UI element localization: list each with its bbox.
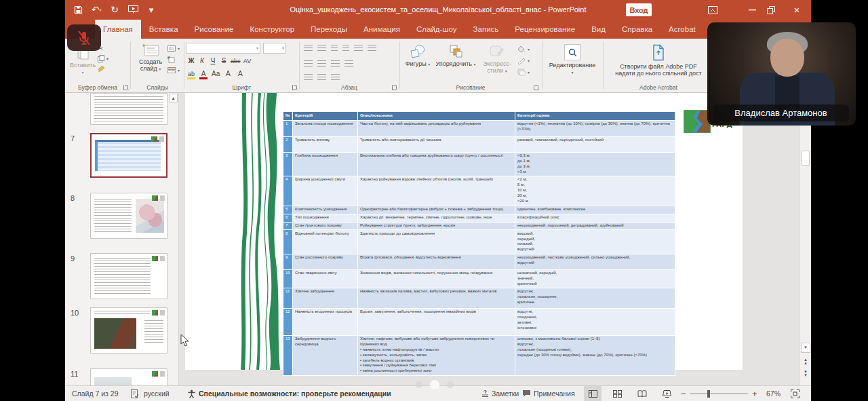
table-cell-description[interactable]: Здатність природи до самовідновлення [358, 230, 515, 254]
table-cell-criterion[interactable]: Тип пошкодження [293, 214, 358, 222]
table-cell-number[interactable]: 1 [283, 120, 293, 136]
table-cell-criterion[interactable]: Наявність вторинних процесів [293, 308, 358, 335]
accessibility-status[interactable]: Специальные возможности: проверьте реком… [199, 386, 391, 401]
table-cell-categories[interactable]: одиничне, комбіноване, комплексне [515, 206, 675, 214]
tab-переходы[interactable]: Переходы [302, 20, 355, 39]
table-header-cell[interactable]: Критерій [293, 112, 358, 121]
table-cell-description[interactable]: Вертикальна глибина або товщина зруйнова… [358, 152, 515, 176]
table-cell-description[interactable]: Частка біотопу, на якій зафіксовано дегр… [358, 120, 515, 136]
table-cell-categories[interactable]: описово, з можливістю балової оцінки (1–… [515, 335, 675, 375]
tab-вид[interactable]: Вид [583, 20, 614, 39]
shape-effects-icon[interactable]: ▾ [517, 68, 530, 77]
tab-вставка[interactable]: Вставка [141, 20, 186, 39]
table-cell-criterion[interactable]: Комплексність ушкодження [293, 206, 358, 214]
table-cell-number[interactable]: 10 [283, 269, 293, 288]
signin-button[interactable]: Вход [626, 3, 652, 16]
slide-sorter-view-button[interactable] [608, 386, 626, 401]
italic-button[interactable]: К [198, 57, 206, 64]
table-cell-categories[interactable]: разовий, тимчасовий, періодичний, постій… [515, 136, 675, 152]
align-center-icon[interactable] [317, 60, 326, 68]
redo-icon[interactable]: ↻ [108, 3, 121, 16]
notes-toggle[interactable]: Заметки [481, 386, 519, 401]
table-cell-description[interactable]: Ерозія, замулення, заболочення, поширенн… [358, 308, 515, 335]
table-cell-categories[interactable]: Класифікаційний опис [515, 214, 675, 222]
shape-fill-icon[interactable]: ▾ [517, 45, 530, 54]
table-cell-description[interactable]: Руйнування структури ґрунту, забруднення… [358, 222, 515, 230]
zoom-slider-thumb[interactable] [707, 390, 710, 398]
paragraph-dialog-launcher[interactable] [392, 85, 397, 90]
table-cell-description[interactable]: Однофакторне або багатофакторне (вибухи … [358, 206, 515, 214]
slide-layout-icon[interactable]: ▾ [167, 44, 180, 53]
bold-button[interactable]: Ж [187, 57, 195, 64]
highlight-button[interactable]: ab [187, 71, 195, 79]
table-cell-number[interactable]: 11 [283, 288, 293, 308]
restore-button[interactable] [761, 0, 781, 20]
zoom-in-button[interactable]: + [752, 386, 757, 401]
slideshow-view-button[interactable] [658, 386, 675, 401]
table-cell-number[interactable]: 3 [283, 152, 293, 176]
shrink-font-button[interactable]: А [236, 70, 244, 77]
slide-thumbnail-10[interactable] [90, 307, 167, 354]
tab-конструктор[interactable]: Конструктор [241, 20, 302, 39]
table-cell-categories[interactable]: відсутні, поодинокі, активні, інтенсивні [515, 308, 675, 335]
tab-анимация[interactable]: Анимация [355, 20, 408, 39]
table-header-cell[interactable]: Опис/показники [358, 112, 515, 121]
justify-icon[interactable] [344, 60, 353, 68]
change-case-button[interactable]: Аа [212, 70, 220, 77]
table-cell-description[interactable]: Хімічне, нафтове, вибухове або побутове … [358, 335, 515, 375]
font-name-select[interactable] [186, 43, 260, 54]
grow-font-button[interactable]: А [224, 70, 232, 77]
slide-thumbnail-7[interactable] [90, 133, 167, 178]
close-button[interactable]: × [787, 0, 807, 20]
table-cell-description[interactable]: Наявність залишків палива, мастил, вибух… [358, 288, 515, 308]
align-left-icon[interactable] [304, 60, 313, 68]
table-cell-criterion[interactable]: Загальна площа пошкодження [293, 120, 358, 136]
font-dialog-launcher[interactable] [292, 85, 298, 90]
table-cell-categories[interactable]: відсутнє, локальне, поширене, критичне [515, 288, 675, 308]
shapes-button[interactable]: Фигуры ▾ [404, 44, 431, 67]
minimize-button[interactable] [742, 0, 762, 20]
zoom-out-button[interactable]: − [681, 386, 686, 401]
table-cell-criterion[interactable]: Стан ґрунтового покриву [293, 222, 358, 230]
table-cell-number[interactable]: 13 [283, 335, 293, 375]
table-cell-description[interactable]: Характер дії: механічне, термічне, хіміч… [358, 214, 515, 222]
format-painter-icon[interactable] [98, 64, 108, 73]
clipboard-dialog-launcher[interactable] [123, 85, 129, 90]
editing-button[interactable]: Редактирование ▾ [551, 44, 593, 75]
table-cell-number[interactable]: 9 [283, 254, 293, 269]
table-cell-number[interactable]: 8 [283, 230, 293, 254]
scrollbar-thumb[interactable] [802, 151, 810, 166]
table-cell-description[interactable]: Характер руйнування вздовж лінійних об'є… [358, 176, 515, 206]
table-cell-criterion[interactable]: Стан тваринного світу [293, 269, 358, 288]
criteria-table[interactable]: №КритерійОпис/показникиКатегорії оцінки … [283, 111, 675, 376]
table-cell-number[interactable]: 6 [283, 214, 293, 222]
reset-slide-icon[interactable] [167, 55, 180, 64]
table-cell-number[interactable]: 5 [283, 206, 293, 214]
slide-thumbnail-11[interactable] [90, 368, 167, 385]
drawing-dialog-launcher[interactable] [534, 85, 539, 90]
thumbnails-scroll-up-icon[interactable]: ▲ [169, 94, 178, 102]
create-pdf-button[interactable]: Створити файл Adobe PDFнадати до нього с… [608, 44, 709, 77]
slide-canvas[interactable]: №КритерійОпис/показникиКатегорії оцінки … [185, 93, 743, 370]
table-header-cell[interactable]: № [283, 112, 293, 121]
text-direction-icon[interactable] [368, 45, 376, 52]
tab-рисование[interactable]: Рисование [186, 20, 242, 39]
reading-view-button[interactable] [633, 386, 651, 401]
table-cell-description[interactable]: Зникнення видів, зниження чисельності, п… [358, 269, 515, 288]
table-cell-number[interactable]: 4 [283, 176, 293, 206]
table-cell-criterion[interactable]: Ширина ушкодженої смуги [293, 176, 358, 206]
table-cell-categories[interactable]: <0,3 м, до 1 м, до 3 м, >3 м [515, 152, 675, 176]
table-cell-categories[interactable]: відсутня (<1%), незначна (до 10%), помір… [515, 120, 675, 136]
table-cell-number[interactable]: 2 [283, 136, 293, 152]
language-indicator[interactable]: русский [144, 386, 170, 401]
webcam-tile[interactable]: Владислав Артамонов [707, 22, 856, 126]
customize-qat-icon[interactable]: ▾ [145, 3, 157, 16]
line-spacing-icon[interactable] [354, 45, 363, 52]
tab-acrobat[interactable]: Acrobat [660, 20, 704, 39]
table-header-cell[interactable]: Категорії оцінки [515, 112, 675, 121]
clear-all-button[interactable]: abc [231, 58, 241, 64]
copy-icon[interactable]: ▾ [98, 54, 108, 63]
numbering-icon[interactable] [317, 45, 326, 52]
comments-toggle[interactable]: Примечания [522, 386, 575, 401]
table-cell-categories[interactable]: неушкоджений, частково ушкоджений, сильн… [515, 254, 675, 269]
